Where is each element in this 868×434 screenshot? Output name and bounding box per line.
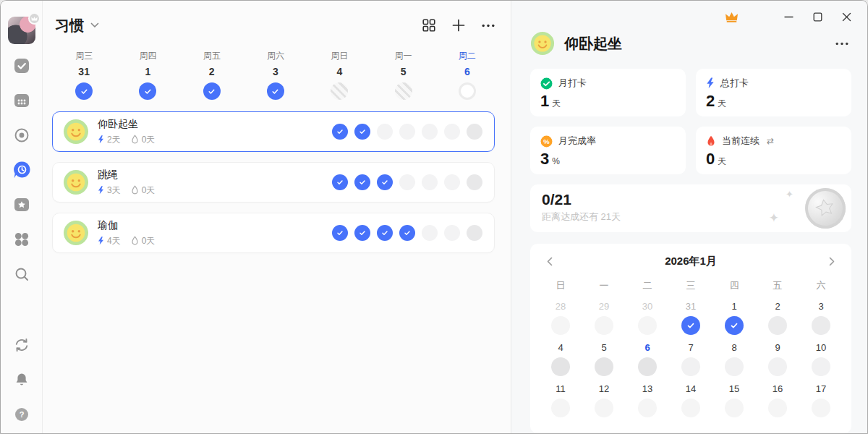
chevron-down-icon[interactable] xyxy=(90,22,99,28)
sidebar-item-calendar[interactable] xyxy=(12,92,31,109)
habit-check-circle[interactable] xyxy=(467,225,482,241)
calendar-day-cell[interactable]: 12 xyxy=(582,380,626,422)
calendar-day-cell[interactable]: 16 xyxy=(756,380,799,422)
week-day-status-circle[interactable] xyxy=(75,82,93,100)
habit-check-circle[interactable] xyxy=(399,225,415,241)
sidebar-item-activities[interactable] xyxy=(12,196,31,213)
calendar-day-cell[interactable]: 6 xyxy=(626,339,669,380)
calendar-day-cell[interactable]: 3 xyxy=(799,298,843,339)
week-day-status-circle[interactable] xyxy=(267,82,284,100)
habit-check-circle[interactable] xyxy=(467,124,482,140)
calendar-day-circle[interactable] xyxy=(551,357,570,376)
sidebar-item-help[interactable]: ? xyxy=(12,406,31,423)
sidebar-item-habit[interactable] xyxy=(12,161,31,179)
check-badge-icon xyxy=(540,77,553,90)
habit-row[interactable]: 瑜伽4天0天 xyxy=(52,213,495,253)
calendar-day-cell[interactable]: 30 xyxy=(626,298,669,339)
sidebar-item-search[interactable] xyxy=(12,265,31,283)
sidebar-item-notifications[interactable] xyxy=(12,371,31,388)
habit-check-circle[interactable] xyxy=(399,174,415,190)
habit-check-circle[interactable] xyxy=(354,225,370,241)
calendar-day-cell[interactable]: 7 xyxy=(669,339,712,380)
swap-icon[interactable]: ⇄ xyxy=(767,136,774,146)
calendar-day-cell[interactable]: 8 xyxy=(712,339,756,380)
grid-view-button[interactable] xyxy=(422,19,435,32)
calendar-day-cell[interactable]: 2 xyxy=(756,298,799,339)
calendar-weekday: 四 xyxy=(712,279,756,292)
calendar-day-circle[interactable] xyxy=(595,399,613,417)
habit-check-circle[interactable] xyxy=(444,225,460,241)
habit-row[interactable]: 仰卧起坐2天0天 xyxy=(52,111,495,152)
calendar-day-circle[interactable] xyxy=(768,316,787,335)
week-day-status-circle[interactable] xyxy=(203,82,221,100)
habit-check-circle[interactable] xyxy=(467,174,482,190)
week-day-status-circle[interactable] xyxy=(331,82,348,100)
calendar-prev-button[interactable] xyxy=(539,257,561,266)
calendar-day-circle[interactable] xyxy=(551,399,570,417)
calendar-next-button[interactable] xyxy=(821,257,843,266)
habit-check-circle[interactable] xyxy=(422,124,438,140)
calendar-day-cell[interactable]: 11 xyxy=(539,380,582,422)
calendar-day-circle[interactable] xyxy=(768,399,787,417)
calendar-day-cell[interactable]: 4 xyxy=(539,339,582,380)
calendar-day-circle[interactable] xyxy=(595,357,613,376)
premium-crown-icon[interactable] xyxy=(725,12,739,22)
habit-check-circle[interactable] xyxy=(354,124,370,140)
calendar-day-cell[interactable]: 31 xyxy=(669,298,712,339)
habit-check-circle[interactable] xyxy=(354,174,370,190)
sidebar-item-sync[interactable] xyxy=(12,336,31,354)
calendar-day-cell[interactable]: 9 xyxy=(756,339,799,380)
calendar-day-cell[interactable]: 13 xyxy=(626,380,669,422)
add-habit-button[interactable] xyxy=(452,19,465,32)
habit-check-circle[interactable] xyxy=(444,124,460,140)
calendar-day-circle[interactable] xyxy=(681,399,700,417)
calendar-day-circle[interactable] xyxy=(725,357,744,376)
calendar-day-circle[interactable] xyxy=(725,316,744,335)
close-button[interactable] xyxy=(842,12,851,22)
habit-check-circle[interactable] xyxy=(377,124,393,140)
calendar-day-cell[interactable]: 10 xyxy=(799,339,843,380)
calendar-day-circle[interactable] xyxy=(551,316,570,335)
panel-more-button[interactable] xyxy=(835,42,851,46)
week-day-status-circle[interactable] xyxy=(139,82,156,100)
calendar-day-circle[interactable] xyxy=(638,357,657,376)
calendar-day-number: 12 xyxy=(599,383,609,394)
habit-check-circle[interactable] xyxy=(422,225,438,241)
sidebar-item-tasks[interactable] xyxy=(12,57,31,75)
habit-streak-stats: 4天0天 xyxy=(98,235,155,247)
calendar-day-cell[interactable]: 29 xyxy=(582,298,626,339)
calendar-day-circle[interactable] xyxy=(812,357,830,376)
calendar-day-circle[interactable] xyxy=(681,357,700,376)
calendar-day-circle[interactable] xyxy=(725,399,744,417)
calendar-day-cell[interactable]: 15 xyxy=(712,380,756,422)
habit-check-circle[interactable] xyxy=(399,124,415,140)
more-options-button[interactable] xyxy=(482,24,495,27)
sidebar-item-more-apps[interactable] xyxy=(12,231,31,248)
calendar-day-cell[interactable]: 17 xyxy=(799,380,843,422)
calendar-day-cell[interactable]: 14 xyxy=(669,380,712,422)
calendar-day-circle[interactable] xyxy=(681,316,700,335)
sidebar-item-focus[interactable] xyxy=(12,127,31,144)
maximize-button[interactable] xyxy=(813,12,822,22)
calendar-day-circle[interactable] xyxy=(768,357,787,376)
habit-check-circle[interactable] xyxy=(422,174,438,190)
habit-check-circle[interactable] xyxy=(377,225,393,241)
habit-check-circle[interactable] xyxy=(332,124,348,140)
calendar-day-circle[interactable] xyxy=(595,316,613,335)
week-day-status-circle[interactable] xyxy=(459,82,476,100)
calendar-day-cell[interactable]: 1 xyxy=(712,298,756,339)
calendar-day-circle[interactable] xyxy=(638,316,657,335)
calendar-day-circle[interactable] xyxy=(812,316,830,335)
calendar-day-circle[interactable] xyxy=(638,399,657,417)
user-avatar[interactable] xyxy=(8,17,35,44)
habit-check-circle[interactable] xyxy=(332,174,348,190)
habit-check-circle[interactable] xyxy=(377,174,393,190)
habit-check-circle[interactable] xyxy=(332,225,348,241)
week-day-status-circle[interactable] xyxy=(395,82,412,100)
calendar-day-circle[interactable] xyxy=(812,399,830,417)
minimize-button[interactable] xyxy=(784,12,793,22)
calendar-day-cell[interactable]: 28 xyxy=(539,298,582,339)
habit-check-circle[interactable] xyxy=(444,174,460,190)
habit-row[interactable]: 跳绳3天0天 xyxy=(52,162,495,203)
calendar-day-cell[interactable]: 5 xyxy=(582,339,626,380)
